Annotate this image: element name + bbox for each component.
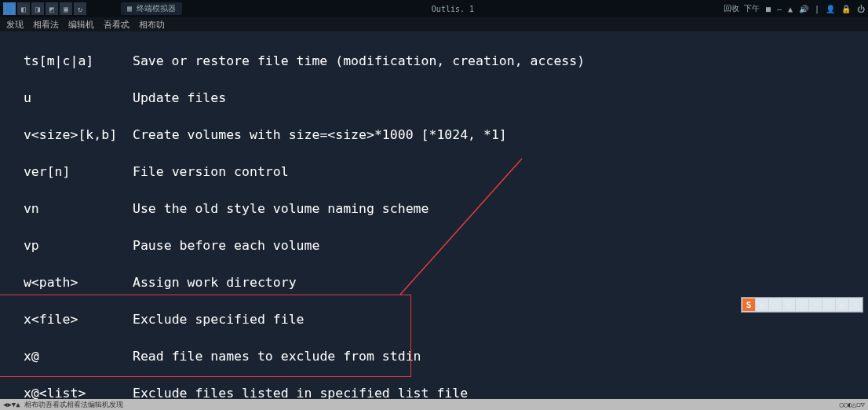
ime-cell-icon[interactable]: ⌨ xyxy=(809,298,822,311)
tray-dash-icon[interactable]: — xyxy=(777,5,782,13)
panel-left: ⋮⋮ ◧ ◨ ◩ ▣ ↻ ▦ 终端模拟器 xyxy=(3,2,182,15)
divider-icon: | xyxy=(815,5,819,13)
terminal-menu-bar: 发现 相看法 编辑机 吾看忒 相布叻 xyxy=(0,17,868,31)
panel-square-4-icon[interactable]: ▣ xyxy=(60,2,72,15)
help-line: ts[m|c|a] Save or restore file time (mod… xyxy=(8,52,860,71)
panel-square-3-icon[interactable]: ◩ xyxy=(46,2,58,15)
sound-icon[interactable]: 🔊 xyxy=(799,5,808,13)
menu-item-1[interactable]: 发现 xyxy=(6,19,24,31)
panel-right: 回收 下午 ■ — ▲ 🔊 | 👤 🔒 ⏻ xyxy=(724,3,865,14)
ime-cell-icon[interactable]: ■ xyxy=(756,298,768,311)
help-line: ver[n] File version control xyxy=(8,163,860,181)
ime-cell-icon[interactable]: ⇧ xyxy=(796,298,808,311)
help-line: x@ Read file names to exclude from stdin xyxy=(8,347,860,366)
help-line: vp Pause before each volume xyxy=(8,236,860,255)
user-icon[interactable]: 👤 xyxy=(826,5,835,13)
help-line: vn Use the old style volume naming schem… xyxy=(8,200,860,218)
ime-cell-icon[interactable]: ⟳ xyxy=(769,298,782,311)
menu-item-2[interactable]: 相看法 xyxy=(33,19,59,31)
top-panel: ⋮⋮ ◧ ◨ ◩ ▣ ↻ ▦ 终端模拟器 Outlis. 1 回收 下午 ■ —… xyxy=(0,0,868,17)
bottom-left-text: ◀▶▼▲ 相布叻吾看忒相看法编辑机发现 xyxy=(3,400,123,410)
tray-square-icon[interactable]: ■ xyxy=(766,5,771,13)
panel-square-2-icon[interactable]: ◨ xyxy=(31,2,44,15)
ime-cell-icon[interactable]: ☼ xyxy=(849,298,862,311)
terminal-output[interactable]: ts[m|c|a] Save or restore file time (mod… xyxy=(0,31,868,410)
ime-cell-icon[interactable]: ▣ xyxy=(836,298,848,311)
ime-toolbar[interactable]: S ■ ⟳ ◉ ⇧ ⌨ 人 ▣ ☼ xyxy=(741,297,863,313)
power-icon[interactable]: ⏻ xyxy=(857,5,865,13)
bottom-status-strip: ◀▶▼▲ 相布叻吾看忒相看法编辑机发现 ○○◐△◻▽ xyxy=(0,399,868,410)
ime-cell-icon[interactable]: ◉ xyxy=(782,298,795,311)
menu-item-4[interactable]: 吾看忒 xyxy=(104,19,129,31)
window-title: Outlis. 1 xyxy=(184,5,722,13)
clock-text: 回收 下午 xyxy=(724,3,760,14)
menu-item-3[interactable]: 编辑机 xyxy=(68,19,94,31)
bottom-right-text: ○○◐△◻▽ xyxy=(839,401,865,408)
help-line: u Update files xyxy=(8,89,860,108)
panel-square-1-icon[interactable]: ◧ xyxy=(17,2,30,15)
apps-icon[interactable]: ⋮⋮ xyxy=(3,2,16,15)
ime-logo-icon[interactable]: S xyxy=(742,298,755,311)
help-line: x<file> Exclude specified file xyxy=(8,310,860,329)
ime-cell-icon[interactable]: 人 xyxy=(822,298,835,311)
menu-item-5[interactable]: 相布叻 xyxy=(139,19,165,31)
panel-refresh-icon[interactable]: ↻ xyxy=(74,2,86,15)
lock-icon[interactable]: 🔒 xyxy=(841,5,851,13)
network-icon[interactable]: ▲ xyxy=(788,5,793,13)
help-line: w<path> Assign work directory xyxy=(8,273,860,292)
taskbar-terminal-tab[interactable]: ▦ 终端模拟器 xyxy=(121,2,182,15)
help-line: v<size>[k,b] Create volumes with size=<s… xyxy=(8,126,860,145)
